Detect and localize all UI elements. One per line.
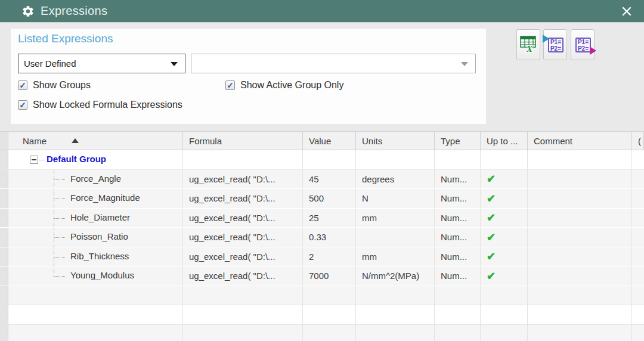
show-locked-formula-expressions-checkbox[interactable]: ✓ [18,100,27,110]
table-row[interactable]: Force_Angleug_excel_read( "D:\...45degre… [0,170,644,190]
col-value[interactable]: Value [303,132,356,150]
expression-name[interactable]: Young_Modulus [70,270,134,280]
header-label: Up to ... [487,136,518,146]
col-name: Force_Magnitude [8,189,183,208]
col-units[interactable]: Units [356,132,435,150]
row-gutter [0,247,8,266]
tree-dash [54,276,65,277]
row-gutter [0,170,8,189]
col-up-to- [481,305,528,324]
col-formula: ug_excel_read( "D:\... [183,266,303,286]
col-comment [528,189,632,208]
dialog-title: Expressions [41,4,107,18]
col-value: 25 [303,209,356,228]
show-groups-label: Show Groups [33,80,91,91]
col-value: 45 [303,170,356,189]
col-units [356,286,435,305]
col-formula[interactable]: Formula [183,132,303,150]
chevron-down-icon [171,62,178,66]
col-value [303,305,356,324]
table-header-row: NameFormulaValueUnitsTypeUp to ...Commen… [0,131,644,150]
col-comment [528,150,632,169]
up-to-date-check-icon: ✔ [487,172,496,185]
p1-label: P1= [550,39,561,45]
col-value: 7000 [303,266,356,286]
col-name: Default Group [8,150,183,169]
table-row[interactable]: Hole_Diameterug_excel_read( "D:\...25mmN… [0,209,644,228]
expression-filter-dropdown[interactable] [191,54,476,73]
header-label: Comment [534,136,572,146]
empty-row[interactable] [0,325,644,341]
col-name: Hole_Diameter [8,209,183,228]
col-value [303,150,356,169]
row-gutter [0,189,8,208]
show-groups-checkbox[interactable]: ✓ [18,80,27,90]
col-type: Num... [435,247,481,266]
expression-name[interactable]: Hole_Diameter [70,212,130,222]
expression-name[interactable]: Force_Angle [70,173,121,184]
listed-expressions-panel: Listed Expressions User Defined ✓ Show G… [11,29,486,124]
show-locked-formula-expressions-label: Show Locked Formula Expressions [33,100,182,110]
col-formula: ug_excel_read( "D:\... [183,209,303,228]
col-type: Num... [435,170,481,189]
col-partial [632,209,644,228]
expression-name[interactable]: Poisson_Ratio [70,231,128,241]
header-label: Value [309,136,331,146]
table-row[interactable]: Force_Magnitudeug_excel_read( "D:\...500… [0,189,644,209]
col-formula: ug_excel_read( "D:\... [183,170,303,189]
col-partial [632,266,644,286]
category-dropdown-value: User Defined [18,58,76,69]
up-to-date-check-icon: ✔ [487,269,496,283]
col-formula [183,325,303,341]
group-name[interactable]: Default Group [47,154,106,164]
p1-label: P1= [578,39,589,45]
row-gutter [0,132,8,150]
edit-in-spreadsheet-button[interactable]: X [516,29,540,60]
table-row[interactable]: Rib_Thicknessug_excel_read( "D:\...2mmNu… [0,247,644,267]
col-type [435,305,481,324]
col-value [303,286,356,305]
expression-category-dropdown[interactable]: User Defined [18,54,185,73]
empty-row[interactable] [0,286,644,306]
col-formula: ug_excel_read( "D:\... [183,228,303,247]
col-name: Young_Modulus [8,266,183,286]
tree-dash [54,257,65,258]
col-up-to- [481,325,528,341]
expressions-table: NameFormulaValueUnitsTypeUp to ...Commen… [0,131,644,341]
collapse-expander[interactable] [30,156,38,164]
export-expressions-button[interactable]: P1= P2= [571,29,595,60]
col-comment[interactable]: Comment [528,132,632,150]
show-active-group-only-checkbox[interactable]: ✓ [225,80,235,90]
row-gutter [0,305,8,324]
table-row[interactable]: Poisson_Ratioug_excel_read( "D:\...0.33N… [0,228,644,247]
col-up-to-: ✔ [481,228,528,247]
row-gutter [0,209,8,228]
col-partial: ( [632,132,644,150]
col-type: Num... [435,189,481,208]
col-type: Num... [435,209,481,228]
tree-dash [54,179,65,180]
col-type [435,325,481,341]
row-gutter [0,150,8,169]
header-label: Name [23,136,47,146]
close-icon[interactable] [618,4,636,19]
group-row[interactable]: Default Group [0,150,644,170]
col-partial [632,150,644,169]
expression-name[interactable]: Force_Magnitude [70,193,140,203]
table-row[interactable]: Young_Modulusug_excel_read( "D:\...7000N… [0,266,644,286]
col-type[interactable]: Type [435,132,481,150]
up-to-date-check-icon: ✔ [487,192,496,205]
col-up-to-: ✔ [481,209,528,228]
empty-row[interactable] [0,305,644,325]
col-name[interactable]: Name [8,132,183,150]
header-label: Formula [189,136,222,146]
col-value [303,325,356,341]
col-name: Poisson_Ratio [8,228,183,247]
col-units: N [356,189,435,208]
import-expressions-button[interactable]: P1= P2= [543,29,567,60]
col-up-to-: ✔ [481,247,528,266]
col-up-to-[interactable]: Up to ... [481,132,528,150]
chevron-down-icon [461,62,468,66]
expression-name[interactable]: Rib_Thickness [70,251,129,261]
import-p1p2-icon: P1= P2= [546,36,564,54]
